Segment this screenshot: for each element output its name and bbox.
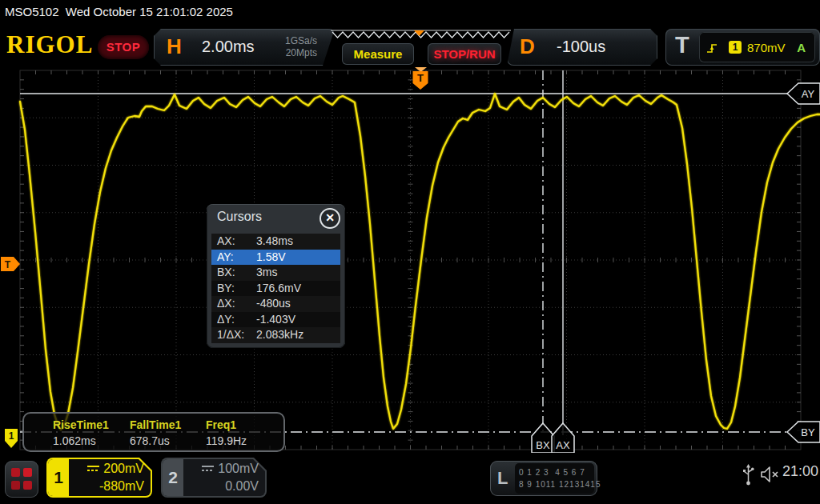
logic-analyzer-block[interactable]: L 0 1 2 3 4 5 6 78 9 1011 12131415 [490,461,597,496]
oscilloscope-screen: MSO5102 Wed October 15 21:01:02 2025 RIG… [0,0,820,504]
measurement-falltime1: FallTime1678.7us [130,417,181,449]
memory-depth: 20Mpts [286,47,317,58]
acquisition-info: 1GSa/s 20Mpts [285,35,317,59]
bottom-bar: 1 200mV -880mV 2 100mV 0.00V L 0 1 2 3 4… [0,453,820,504]
graticule [20,70,801,450]
title-bar: MSO5102 Wed October 15 21:01:02 2025 [0,0,820,26]
speaker-muted-icon[interactable] [761,466,782,483]
channel-1-values: 200mV -880mV [87,460,144,495]
logic-analyzer-label: L [497,461,508,496]
channel-2-block[interactable]: 2 100mV 0.00V [161,458,267,498]
cursor-row-value: 3ms [256,265,277,281]
cursor-row-label: ΔX: [217,296,235,312]
measurement-label: RiseTime1 [53,417,109,433]
channel-1-number: 1 [48,459,69,496]
trigger-source-badge: 1 [729,41,742,54]
horizontal-panel[interactable]: H 2.00ms 1GSa/s 20Mpts [154,29,335,66]
measurement-label: FallTime1 [130,417,181,433]
trigger-level-value: 870mV [747,41,786,54]
cursor-row-label: BY: [217,281,235,297]
cursor-ax-tag-label: AX [556,439,570,451]
cursor-row-δx[interactable]: ΔX:-480us [211,296,340,312]
cursor-row-value: -480us [256,296,291,312]
cursor-row-bx[interactable]: BX:3ms [211,265,340,281]
cursor-bx-tag-label: BX [536,439,550,451]
cursor-row-by[interactable]: BY:176.6mV [211,281,340,297]
measurement-risetime1: RiseTime11.062ms [53,417,109,449]
cursor-row-label: BX: [217,265,235,281]
dc-coupling-icon [87,466,99,471]
cursor-readout-list: AX:3.48msAY:1.58VBX:3msBY:176.6mVΔX:-480… [211,234,340,343]
measurement-value: 119.9Hz [206,433,247,449]
cursor-row-value: 176.6mV [256,281,301,297]
channel-1-scale: 200mV [103,462,144,475]
timebase-value: 2.00ms [202,38,255,56]
cursor-row-label: AX: [217,234,235,250]
trigger-info: 1 870mV A [699,32,815,62]
cursor-ay-tag-label: AY [802,88,815,100]
waveform-overview-strip[interactable] [331,30,511,41]
channel-1-offset: -880mV [99,479,144,493]
measurement-label: Freq1 [206,417,247,433]
rigol-logo: RIGOL [6,30,93,59]
cursor-row-label: 1/ΔX: [217,327,244,343]
cursor-row-ax[interactable]: AX:3.48ms [211,234,340,250]
stop-run-button[interactable]: STOP/RUN [428,43,501,65]
measurement-value: 1.062ms [53,433,109,449]
cursor-row-value: 2.083kHz [256,327,303,343]
digital-channel-numbers: 0 1 2 3 4 5 6 78 9 1011 12131415 [515,463,594,494]
trigger-sweep-mode: A [797,41,806,54]
run-state-badge[interactable]: STOP [98,35,149,59]
cursor-row-1δx[interactable]: 1/ΔX:2.083kHz [211,327,340,343]
delay-label: D [520,34,535,59]
trigger-level-label: T [5,259,11,270]
cursors-dialog: Cursors ✕ AX:3.48msAY:1.58VBX:3msBY:176.… [207,204,345,348]
cursor-row-value: 1.58V [256,250,286,266]
delay-panel[interactable]: D -100us [507,29,657,66]
channel-2-number: 2 [163,459,183,496]
measurement-panel[interactable]: RiseTime11.062msFallTime1678.7usFreq1119… [22,412,285,452]
trigger-position-label: T [417,72,424,84]
cursor-row-value: 3.48ms [256,234,293,250]
channel-2-scale: 100mV [218,462,259,475]
trigger-panel[interactable]: T 1 870mV A [665,29,820,66]
usb-icon [742,464,754,486]
measure-button[interactable]: Measure [342,43,414,65]
model-and-datetime: MSO5102 Wed October 15 21:01:02 2025 [5,0,233,24]
cursor-row-δy[interactable]: ΔY:-1.403V [211,312,340,328]
quick-menu-icon[interactable] [5,461,38,498]
ch1-trace [20,94,820,430]
cursor-row-value: -1.403V [256,312,295,328]
measurement-freq1: Freq1119.9Hz [206,417,247,449]
horizontal-label: H [167,34,182,59]
dc-coupling-icon [202,466,214,471]
sample-rate: 1GSa/s [285,35,317,46]
trigger-label: T [675,32,689,58]
dialog-title: Cursors [217,210,262,224]
waveform-display: TT1AYBYBXAX [0,67,820,453]
channel-2-values: 100mV 0.00V [202,460,259,495]
trigger-edge-icon [705,41,719,54]
cursor-row-ay[interactable]: AY:1.58V [211,250,340,266]
close-icon[interactable]: ✕ [320,208,340,229]
cursor-by-tag-label: BY [801,426,815,438]
cursor-row-label: AY: [217,250,234,266]
channel-2-offset: 0.00V [225,479,259,493]
clock: 21:00 [782,461,818,482]
channel-1-offset-label: 1 [9,430,14,442]
cursor-row-label: ΔY: [217,312,235,328]
measurement-value: 678.7us [130,433,181,449]
channel-1-block[interactable]: 1 200mV -880mV [46,458,152,498]
delay-value: -100us [557,38,605,56]
